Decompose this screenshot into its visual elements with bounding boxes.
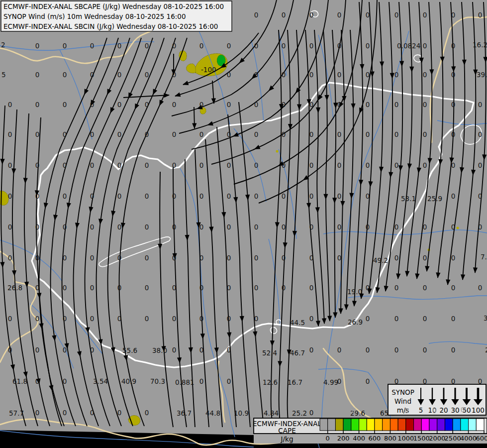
station-value-zero: 0 — [227, 254, 231, 262]
cape-colorbar-cell — [437, 419, 445, 431]
cape-colorbar-tick-label: 1000 — [397, 435, 414, 442]
station-value: 61.8 — [12, 377, 27, 385]
station-value-zero: 0 — [394, 223, 399, 231]
station-value-zero: 0 — [254, 161, 259, 169]
station-value-zero: 0 — [35, 42, 40, 50]
cape-patch-speck — [276, 150, 279, 153]
station-value-zero: 0 — [478, 11, 483, 19]
title-line-synop-wind: SYNOP Wind (m/s) 10m Wednesday 08-10-202… — [3, 12, 186, 20]
station-value-zero: 0 — [172, 254, 177, 262]
station-value-zero: 0 — [90, 254, 95, 262]
station-value-zero: 0 — [227, 346, 231, 354]
station-value-zero: 0 — [199, 42, 204, 50]
cape-colorbar-cell — [367, 419, 375, 431]
station-value-zero: 0 — [145, 284, 149, 292]
weather-map-canvas: 0000000000000000000000000000000000000000… — [0, 0, 487, 448]
station-value-zero: 0 — [337, 223, 342, 231]
station-value-zero: 0 — [366, 42, 370, 50]
station-value-zero: 0 — [227, 130, 231, 138]
station-value-zero: 0 — [254, 71, 259, 79]
station-value-zero: 0 — [337, 42, 342, 50]
cape-colorbar-tick-label: 2500 — [445, 435, 461, 442]
cape-colorbar-cell — [406, 419, 414, 431]
station-value: 55.6 — [122, 346, 137, 354]
station-value-zero: 0 — [35, 101, 40, 109]
station-value-zero: 0 — [63, 254, 67, 262]
station-value: 4.84 — [264, 409, 279, 417]
station-value-zero: 0 — [309, 130, 314, 138]
station-value-zero: 0 — [282, 254, 286, 262]
station-value-zero: 0 — [90, 346, 95, 354]
station-value: 44.5 — [290, 319, 305, 327]
weather-map-screenshot: 0000000000000000000000000000000000000000… — [0, 0, 487, 448]
station-value-zero: 0 — [394, 161, 399, 169]
station-value-zero: 0 — [35, 223, 40, 231]
cape-colorbar-cell — [461, 419, 469, 431]
station-value: 19.0 — [347, 288, 362, 296]
station-value: 25.9 — [427, 195, 442, 203]
station-value-zero: 0 — [309, 254, 314, 262]
station-value-zero: 0 — [145, 130, 149, 138]
station-value-zero: 0 — [366, 192, 370, 200]
station-value-zero: 0 — [451, 254, 456, 262]
station-value: 2 — [1, 41, 5, 49]
station-value-zero: 0 — [309, 315, 314, 323]
station-value-zero: 0 — [117, 161, 122, 169]
station-value-zero: 0 — [199, 346, 204, 354]
station-value-zero: 0 — [35, 192, 40, 200]
station-value-zero: 0 — [337, 192, 342, 200]
station-value-zero: 0 — [35, 161, 40, 169]
station-value-zero: 0 — [366, 101, 370, 109]
cape-colorbar-cell — [320, 419, 328, 431]
synop-wind-legend: SYNOP Wind m/s 510203050100 — [388, 384, 486, 415]
cape-colorbar-cell — [351, 419, 359, 431]
station-value-zero: 0 — [423, 161, 427, 169]
station-value-zero: 0 — [172, 315, 177, 323]
station-value: 70.3 — [150, 377, 165, 385]
station-value-zero: 0 — [309, 71, 314, 79]
station-value-zero: 0 — [366, 346, 370, 354]
station-value-zero: 0 — [282, 192, 286, 200]
station-value-zero: 0 — [227, 192, 231, 200]
station-value-zero: 0 — [117, 223, 122, 231]
station-value-zero: 0 — [145, 71, 149, 79]
wind-speed-label: 20 — [439, 406, 448, 414]
station-value-zero: 0 — [227, 223, 231, 231]
station-value-zero: 0 — [423, 11, 427, 19]
synop-legend-title: SYNOP — [391, 388, 414, 396]
station-value-zero: 0 — [117, 71, 122, 79]
station-value-zero: 0 — [282, 130, 286, 138]
station-value-zero: 0 — [423, 315, 427, 323]
station-value: 52.4 — [262, 349, 277, 357]
station-value-zero: 0 — [227, 161, 231, 169]
station-value-zero: 0 — [423, 254, 427, 262]
station-value-zero: 0 — [63, 130, 67, 138]
station-value: 36.7 — [177, 409, 192, 417]
station-value-zero: 0 — [337, 71, 342, 79]
station-value: 16.2 — [473, 41, 487, 49]
station-value: 2 — [485, 346, 487, 354]
station-value-zero: 0 — [337, 101, 342, 109]
station-value-zero: 0 — [199, 315, 204, 323]
wind-speed-label: 30 — [451, 406, 459, 414]
station-value-zero: 0 — [366, 377, 370, 385]
cape-colorbar-tick-label: 0 — [326, 435, 330, 442]
station-value-zero: 0 — [172, 71, 177, 79]
station-value-zero: 0 — [451, 130, 456, 138]
station-value: 26.8 — [7, 284, 22, 292]
station-value-zero: 0 — [282, 284, 286, 292]
cape-colorbar-cell — [343, 419, 351, 431]
station-value-zero: 0 — [90, 409, 95, 417]
station-value-zero: 0 — [282, 42, 286, 50]
station-value-zero: 0 — [254, 130, 259, 138]
cape-colorbar-cell — [414, 419, 422, 431]
station-value-zero: 0 — [478, 130, 483, 138]
cape-colorbar-tick-label: 1500 — [413, 435, 430, 442]
station-value: 0.881 — [175, 378, 195, 386]
cape-colorbar-tick-label: 6000 — [476, 435, 487, 442]
station-value: -100 — [201, 66, 216, 74]
station-value-zero: 0 — [172, 346, 177, 354]
station-value-zero: 0 — [423, 130, 427, 138]
station-value-zero: 0 — [254, 223, 259, 231]
station-value-zero: 0 — [35, 284, 40, 292]
